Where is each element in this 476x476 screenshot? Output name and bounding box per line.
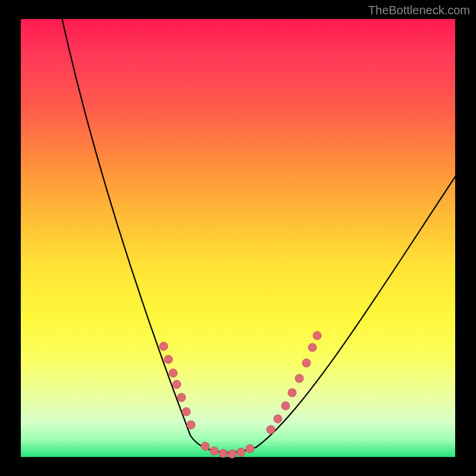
bottleneck-curve xyxy=(60,7,461,452)
data-marker xyxy=(173,380,181,389)
data-marker xyxy=(169,369,177,377)
data-marker xyxy=(210,447,218,455)
chart-plot-area xyxy=(21,19,455,457)
data-marker xyxy=(182,408,190,416)
data-marker xyxy=(159,342,168,350)
data-marker xyxy=(267,425,275,434)
watermark-text: TheBottleneck.com xyxy=(368,4,470,17)
markers-right-group xyxy=(267,331,321,434)
data-marker xyxy=(164,355,173,364)
data-marker xyxy=(177,393,186,402)
data-marker xyxy=(313,331,321,340)
data-marker xyxy=(281,402,290,410)
markers-left-group xyxy=(159,342,195,429)
data-marker xyxy=(187,421,195,429)
data-marker xyxy=(274,415,282,423)
data-marker xyxy=(288,389,296,397)
data-marker xyxy=(237,448,245,456)
chart-svg xyxy=(21,19,455,457)
data-marker xyxy=(246,444,254,453)
data-marker xyxy=(308,343,317,352)
data-marker xyxy=(302,359,311,367)
data-marker xyxy=(295,374,303,383)
data-marker xyxy=(228,450,236,458)
data-marker xyxy=(219,449,227,458)
data-marker xyxy=(201,442,209,450)
